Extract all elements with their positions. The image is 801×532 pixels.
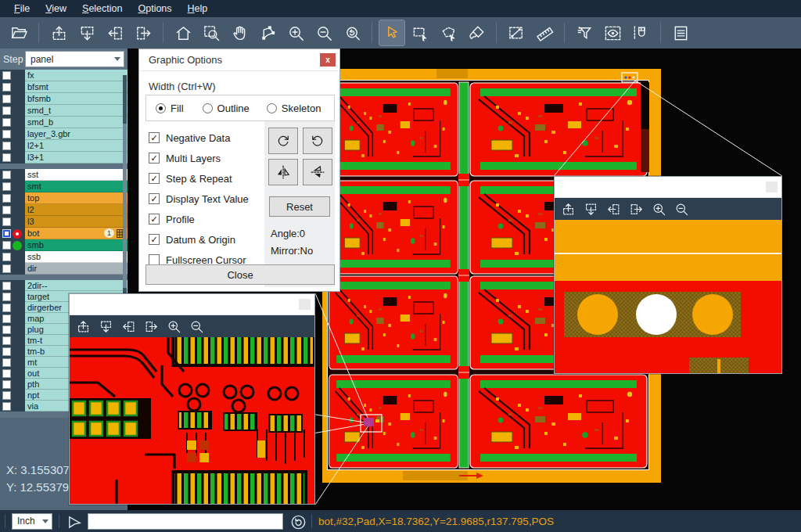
layer-checkbox[interactable] bbox=[2, 194, 11, 203]
layer-checkbox[interactable] bbox=[2, 83, 11, 92]
layer-label-cell[interactable]: smd_b bbox=[25, 117, 128, 128]
layer-checkbox[interactable] bbox=[2, 380, 11, 389]
layer-label-cell[interactable]: bfsmt bbox=[25, 81, 128, 93]
pan-up-button[interactable] bbox=[46, 20, 71, 45]
layer-checkbox[interactable] bbox=[2, 142, 11, 150]
layer-checkbox[interactable] bbox=[2, 95, 11, 103]
layer-checkbox[interactable] bbox=[2, 217, 11, 226]
polygon-select-button[interactable] bbox=[436, 20, 461, 45]
pan-right-button[interactable] bbox=[144, 319, 159, 334]
layer-checkbox[interactable] bbox=[2, 325, 11, 334]
layer-row-smd_t[interactable]: smd_t bbox=[0, 105, 128, 117]
magnifier-right-titlebar[interactable] bbox=[555, 177, 781, 198]
rect-select-button[interactable] bbox=[408, 20, 433, 45]
reset-button[interactable]: Reset bbox=[269, 196, 330, 217]
report-button[interactable] bbox=[668, 20, 693, 45]
zoom-out-button[interactable] bbox=[674, 202, 689, 217]
mirror-vertical-button[interactable] bbox=[303, 159, 332, 185]
pan-up-button[interactable] bbox=[561, 202, 576, 217]
pan-down-button[interactable] bbox=[74, 20, 99, 45]
pan-right-button[interactable] bbox=[629, 202, 644, 217]
magnifier-left-titlebar[interactable] bbox=[70, 294, 314, 315]
checkbox-negative-data[interactable]: ✓Negative Data bbox=[149, 128, 263, 148]
layer-checkbox[interactable] bbox=[2, 293, 11, 301]
pan-down-button[interactable] bbox=[584, 202, 598, 217]
layer-checkbox[interactable] bbox=[2, 347, 11, 356]
pan-left-button[interactable] bbox=[102, 20, 128, 45]
layer-checkbox[interactable] bbox=[2, 171, 11, 179]
layer-label-cell[interactable]: smb bbox=[25, 239, 128, 251]
layer-row-l3[interactable]: l3 bbox=[0, 216, 128, 228]
zoom-out-button[interactable] bbox=[311, 20, 336, 45]
radio-skeleton[interactable]: Skeleton bbox=[267, 102, 321, 114]
zoom-in-button[interactable] bbox=[167, 319, 181, 334]
layer-row-layer_3.gbr[interactable]: layer_3.gbr bbox=[0, 128, 128, 140]
sidebar-scrollbar-thumb[interactable] bbox=[123, 124, 127, 288]
radio-fill[interactable]: Fill bbox=[156, 102, 184, 114]
close-button[interactable]: Close bbox=[145, 264, 335, 285]
zoom-previous-button[interactable] bbox=[339, 20, 365, 45]
magnifier-right-content[interactable] bbox=[555, 220, 781, 373]
checkbox-profile[interactable]: ✓Profile bbox=[149, 209, 263, 229]
layer-label-cell[interactable]: smd_t bbox=[25, 105, 128, 117]
layer-row-fx[interactable]: fx bbox=[0, 70, 128, 81]
layer-row-sst[interactable]: sst bbox=[0, 169, 128, 181]
layer-checkbox[interactable] bbox=[2, 241, 11, 250]
layer-row-l2[interactable]: l2 bbox=[0, 204, 128, 216]
pan-up-button[interactable] bbox=[76, 319, 91, 334]
layer-label-cell[interactable]: 2dir-- bbox=[25, 280, 128, 291]
step-combobox[interactable]: panel bbox=[25, 51, 124, 67]
layer-label-cell[interactable]: l2+1 bbox=[25, 140, 128, 152]
layer-checkbox[interactable] bbox=[2, 336, 11, 345]
layer-row-bot[interactable]: bot1 bbox=[0, 228, 128, 239]
magnifier-right-menu-button[interactable] bbox=[766, 182, 778, 192]
layer-checkbox[interactable] bbox=[2, 182, 11, 191]
layer-checkbox[interactable] bbox=[2, 402, 11, 411]
layer-row-smd_b[interactable]: smd_b bbox=[0, 117, 128, 128]
layer-row-2dir--[interactable]: 2dir-- bbox=[0, 280, 128, 291]
layer-label-cell[interactable]: ssb bbox=[25, 251, 128, 263]
layer-checkbox[interactable] bbox=[2, 282, 11, 290]
rotate-cw-button[interactable] bbox=[268, 128, 298, 154]
layer-checkbox[interactable] bbox=[2, 71, 11, 80]
checkbox-datum-origin[interactable]: ✓Datum & Origin bbox=[149, 229, 263, 250]
layer-label-cell[interactable]: l2 bbox=[25, 204, 128, 216]
layer-checkbox[interactable] bbox=[2, 229, 11, 238]
pan-down-button[interactable] bbox=[99, 319, 113, 334]
zoom-out-button[interactable] bbox=[189, 319, 204, 334]
zoom-in-button[interactable] bbox=[283, 20, 308, 45]
layer-row-l2+1[interactable]: l2+1 bbox=[0, 140, 128, 152]
home-button[interactable] bbox=[171, 20, 196, 45]
menu-help[interactable]: Help bbox=[180, 2, 216, 16]
pan-left-button[interactable] bbox=[606, 202, 621, 217]
refresh-icon[interactable] bbox=[289, 513, 305, 529]
layer-label-cell[interactable]: l3 bbox=[25, 216, 128, 228]
ruler-button[interactable] bbox=[532, 20, 557, 45]
menu-options[interactable]: Options bbox=[130, 2, 179, 16]
menu-selection[interactable]: Selection bbox=[74, 2, 130, 16]
dialog-close-button[interactable]: x bbox=[320, 53, 336, 66]
layer-checkbox[interactable] bbox=[2, 304, 11, 312]
radio-outline[interactable]: Outline bbox=[203, 102, 250, 114]
layer-checkbox[interactable] bbox=[2, 206, 11, 214]
layer-row-smt[interactable]: smt bbox=[0, 181, 128, 192]
checkbox-display-text-value[interactable]: ✓Display Text Value bbox=[149, 189, 263, 209]
mirror-horizontal-button[interactable] bbox=[268, 159, 298, 185]
layer-checkbox[interactable] bbox=[2, 315, 11, 323]
pan-left-button[interactable] bbox=[121, 319, 136, 334]
layer-row-l3+1[interactable]: l3+1 bbox=[0, 152, 128, 164]
magnifier-left-content[interactable] bbox=[70, 337, 314, 504]
net-highlight-button[interactable] bbox=[255, 20, 280, 45]
snap-angle-icon[interactable] bbox=[66, 513, 81, 529]
layer-label-cell[interactable]: top bbox=[25, 192, 128, 204]
layer-label-cell[interactable]: smt bbox=[25, 181, 128, 192]
brush-button[interactable] bbox=[464, 20, 489, 45]
pan-right-button[interactable] bbox=[131, 20, 156, 45]
unit-combobox[interactable]: Inch bbox=[12, 513, 52, 530]
command-input[interactable] bbox=[88, 513, 283, 530]
checkbox-multi-layers[interactable]: ✓Multi Layers bbox=[149, 148, 263, 168]
open-folder-button[interactable] bbox=[6, 20, 31, 45]
layer-checkbox[interactable] bbox=[2, 106, 11, 115]
layer-label-cell[interactable]: fx bbox=[25, 70, 128, 81]
layer-label-cell[interactable]: dir bbox=[25, 263, 128, 275]
